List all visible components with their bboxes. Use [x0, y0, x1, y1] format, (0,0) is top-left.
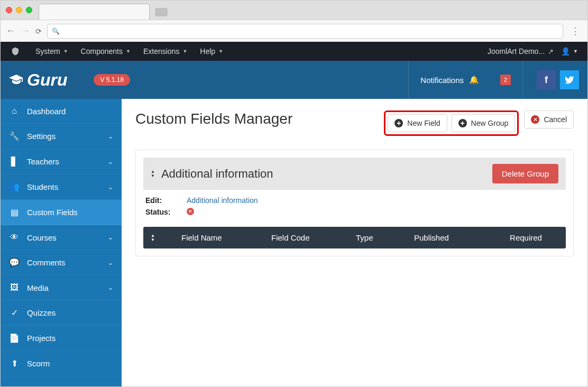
sidebar-item-label: Courses	[27, 233, 57, 242]
sort-handle-icon[interactable]: ▲▼	[151, 170, 155, 178]
chevron-down-icon: ⌄	[108, 158, 113, 165]
caret-down-icon: ▼	[218, 49, 223, 54]
menu-extensions[interactable]: Extensions▼	[138, 43, 192, 60]
new-field-button[interactable]: +New Field	[388, 114, 447, 132]
sidebar-item-label: Scorm	[27, 359, 50, 368]
delete-group-button[interactable]: Delete Group	[492, 164, 558, 183]
facebook-button[interactable]: f	[537, 70, 556, 89]
menu-label: Extensions	[143, 47, 179, 56]
menu-label: System	[35, 47, 60, 56]
plus-icon: +	[458, 119, 467, 127]
user-menu[interactable]: 👤▼	[561, 47, 578, 56]
sidebar-item-label: Quizzes	[27, 308, 56, 317]
column-published[interactable]: Published	[414, 233, 493, 242]
menu-label: Help	[200, 47, 215, 56]
maximize-window-icon[interactable]	[26, 7, 32, 13]
new-group-button[interactable]: +New Group	[452, 114, 516, 132]
user-icon: 👤	[561, 47, 570, 56]
sidebar-item-scorm[interactable]: ⬆Scorm	[1, 351, 122, 376]
browser-tab[interactable]	[39, 4, 150, 20]
sidebar-item-custom-fields[interactable]: ▤Custom Fields	[1, 200, 122, 225]
book-icon: ▋	[9, 156, 20, 167]
sidebar-item-quizzes[interactable]: ✓Quizzes	[1, 300, 122, 326]
column-required[interactable]: Required	[493, 233, 558, 242]
button-label: Cancel	[544, 115, 567, 124]
minimize-window-icon[interactable]	[16, 7, 22, 13]
caret-down-icon: ▼	[573, 49, 578, 54]
sidebar-item-media[interactable]: 🖼Media⌄	[1, 275, 122, 300]
chevron-down-icon: ⌄	[108, 183, 113, 191]
notifications-label: Notifications	[420, 76, 464, 85]
status-label: Status:	[145, 208, 176, 216]
reload-button[interactable]: ⟳	[35, 27, 42, 35]
sidebar-item-label: Comments	[27, 258, 66, 267]
sidebar-item-students[interactable]: 👥Students⌄	[1, 174, 122, 200]
grid-icon: ▤	[9, 207, 20, 217]
sort-column-icon[interactable]: ▲▼	[151, 234, 181, 242]
check-icon: ✓	[9, 308, 20, 318]
version-badge: V 5.1.18	[94, 74, 130, 86]
status-unpublished-icon[interactable]: ✕	[187, 208, 194, 215]
sidebar-item-label: Students	[27, 182, 58, 191]
external-link-icon: ↗	[548, 48, 554, 56]
app-logo[interactable]: Guru	[8, 70, 67, 90]
forward-button[interactable]: →	[21, 25, 30, 36]
site-link[interactable]: JoomlArt Demo...↗	[488, 47, 554, 56]
sidebar-item-settings[interactable]: 🔧Settings⌄	[1, 124, 122, 149]
table-header: ▲▼ Field Name Field Code Type Published …	[143, 227, 566, 248]
sidebar-item-courses[interactable]: 👁Courses⌄	[1, 225, 122, 250]
browser-chrome: ← → ⟳ 🔍 ⋮	[1, 1, 587, 42]
close-window-icon[interactable]	[6, 7, 12, 13]
upload-icon: ⬆	[9, 358, 20, 368]
button-label: New Field	[407, 119, 440, 127]
sidebar-item-projects[interactable]: 📄Projects	[1, 326, 122, 351]
sidebar-item-label: Dashboard	[27, 107, 66, 116]
image-icon: 🖼	[9, 283, 20, 292]
site-label: JoomlArt Demo...	[488, 47, 545, 56]
new-tab-button[interactable]	[155, 8, 168, 16]
chevron-down-icon: ⌄	[108, 259, 113, 266]
menu-components[interactable]: Components▼	[76, 43, 136, 60]
caret-down-icon: ▼	[126, 49, 131, 54]
group-header: ▲▼ Additional information Delete Group	[143, 158, 566, 190]
menu-help[interactable]: Help▼	[195, 43, 228, 60]
plus-icon: +	[394, 119, 403, 127]
menu-label: Components	[81, 47, 123, 56]
sidebar-item-label: Settings	[27, 132, 56, 141]
back-button[interactable]: ←	[6, 25, 15, 36]
address-bar[interactable]: 🔍	[47, 24, 563, 39]
chevron-down-icon: ⌄	[108, 133, 113, 140]
twitter-button[interactable]	[560, 70, 579, 89]
bell-icon: 🔔	[469, 75, 479, 85]
menu-system[interactable]: System▼	[30, 43, 74, 60]
search-icon: 🔍	[52, 27, 60, 35]
sidebar-item-label: Teachers	[27, 157, 59, 166]
chevron-down-icon: ⌄	[108, 234, 113, 241]
cancel-button[interactable]: ✕Cancel	[524, 110, 574, 128]
notifications-button[interactable]: Notifications 🔔 2	[408, 61, 522, 99]
sidebar-item-comments[interactable]: 💬Comments⌄	[1, 250, 122, 275]
home-icon: ⌂	[9, 106, 20, 116]
page-toolbar: +New Field +New Group ✕Cancel	[384, 110, 574, 136]
sidebar-item-dashboard[interactable]: ⌂Dashboard	[1, 99, 122, 124]
edit-label: Edit:	[145, 196, 176, 205]
notifications-count-badge: 2	[500, 75, 511, 85]
eye-icon: 👁	[9, 233, 20, 242]
sidebar-item-label: Custom Fields	[27, 208, 78, 217]
column-field-code[interactable]: Field Code	[271, 233, 356, 242]
wrench-icon: 🔧	[9, 131, 20, 141]
sidebar-item-label: Projects	[27, 334, 56, 343]
cancel-icon: ✕	[531, 115, 539, 124]
edit-group-link[interactable]: Additional information	[187, 196, 258, 205]
window-controls	[6, 7, 32, 13]
column-type[interactable]: Type	[356, 233, 414, 242]
main-content: Custom Fields Manager +New Field +New Gr…	[122, 99, 587, 387]
browser-menu-icon[interactable]: ⋮	[568, 25, 582, 37]
sidebar-item-label: Media	[27, 283, 49, 292]
column-field-name[interactable]: Field Name	[181, 233, 271, 242]
app-header: Guru V 5.1.18 Notifications 🔔 2 f	[1, 61, 587, 99]
chevron-down-icon: ⌄	[108, 284, 113, 291]
sidebar-item-teachers[interactable]: ▋Teachers⌄	[1, 149, 122, 174]
joomla-logo-icon[interactable]	[1, 47, 30, 56]
document-icon: 📄	[9, 333, 20, 343]
